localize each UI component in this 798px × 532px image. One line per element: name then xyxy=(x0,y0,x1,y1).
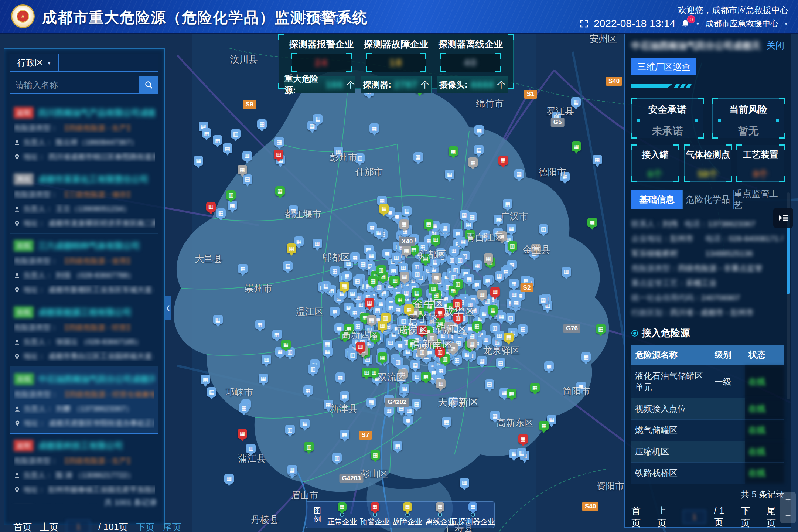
company-map-pin[interactable]: ▦ xyxy=(464,274,474,284)
company-map-pin[interactable]: ▦ xyxy=(202,128,211,138)
company-map-pin[interactable]: ▦ xyxy=(571,97,581,107)
tab-危险化学品[interactable]: 危险化学品 xyxy=(682,190,733,209)
company-map-pin[interactable]: ▦ xyxy=(467,339,477,348)
company-map-pin[interactable]: ▦ xyxy=(581,352,591,362)
company-card[interactable]: 在线成都某能源工程有限公司危险源类型：【四级危险源 - 经营】负责人：张国云 （… xyxy=(10,300,158,367)
company-map-pin[interactable]: ▦ xyxy=(496,358,505,368)
company-map-pin[interactable]: ▦ xyxy=(472,321,482,331)
prev-page-link[interactable]: 上页 xyxy=(40,521,58,532)
company-map-pin[interactable]: ▦ xyxy=(206,202,216,212)
company-map-pin[interactable]: ▦ xyxy=(495,271,504,281)
company-map-pin[interactable]: ▦ xyxy=(393,441,402,451)
company-map-pin[interactable]: ▦ xyxy=(539,295,548,304)
company-map-pin[interactable]: ▦ xyxy=(358,259,368,269)
company-map-pin[interactable]: ▦ xyxy=(518,324,528,334)
company-map-pin[interactable]: ▦ xyxy=(572,141,581,151)
company-map-pin[interactable]: ▦ xyxy=(353,276,362,286)
company-map-pin[interactable]: ▦ xyxy=(370,332,380,342)
company-map-pin[interactable]: ▦ xyxy=(477,356,487,365)
company-map-pin[interactable]: ▦ xyxy=(355,153,365,163)
company-map-pin[interactable]: ▦ xyxy=(213,315,223,324)
table-row[interactable]: 燃气储罐区在线 xyxy=(631,420,784,441)
company-map-pin[interactable]: ▦ xyxy=(389,266,398,275)
company-map-pin[interactable]: ▦ xyxy=(367,315,376,325)
company-map-pin[interactable]: ▦ xyxy=(285,425,295,434)
company-map-pin[interactable]: ▦ xyxy=(412,269,422,279)
company-map-pin[interactable]: ▦ xyxy=(511,297,521,307)
company-map-pin[interactable]: ▦ xyxy=(313,114,323,124)
company-map-pin[interactable]: ▦ xyxy=(436,248,445,258)
search-input[interactable] xyxy=(10,76,139,94)
company-map-pin[interactable]: ▦ xyxy=(324,400,333,409)
company-map-pin[interactable]: ▦ xyxy=(400,326,410,335)
company-map-pin[interactable]: ▦ xyxy=(334,147,343,156)
company-map-pin[interactable]: ▦ xyxy=(412,288,422,297)
sidebar-collapse-button[interactable]: ❮ xyxy=(165,296,171,320)
legend-item[interactable]: ▦故障企业 xyxy=(391,502,424,528)
company-map-pin[interactable]: ▦ xyxy=(507,224,516,233)
company-map-pin[interactable]: ▦ xyxy=(340,430,349,439)
prev-page-link[interactable]: 上页 xyxy=(657,505,675,529)
company-map-pin[interactable]: ▦ xyxy=(530,383,540,392)
company-map-pin[interactable]: ▦ xyxy=(417,347,427,357)
company-card[interactable]: 在线三六成都特种气体有限公司危险源类型：【四级危险源 - 使用】负责人：刘强 （… xyxy=(10,234,158,300)
company-map-pin[interactable]: ▦ xyxy=(369,123,379,133)
company-map-pin[interactable]: ▦ xyxy=(484,253,493,263)
company-map-pin[interactable]: ▦ xyxy=(453,313,463,323)
page-input[interactable]: 1 xyxy=(66,520,90,532)
company-map-pin[interactable]: ▦ xyxy=(497,312,506,321)
company-map-pin[interactable]: ▦ xyxy=(283,261,293,271)
chevron-down-icon[interactable]: ▼ xyxy=(695,21,700,27)
company-map-pin[interactable]: ▦ xyxy=(421,254,430,263)
company-map-pin[interactable]: ▦ xyxy=(390,276,400,285)
company-map-pin[interactable]: ▦ xyxy=(399,219,409,229)
company-map-pin[interactable]: ▦ xyxy=(488,305,498,315)
company-card[interactable]: 超期四川西南油气产品有限公司成都春熙分公司危险源类型：【四级危险源 - 生产】负… xyxy=(10,101,158,167)
company-map-pin[interactable]: ▦ xyxy=(531,244,541,253)
company-map-pin[interactable]: ▦ xyxy=(340,282,349,291)
company-map-pin[interactable]: ▦ xyxy=(455,255,465,265)
company-map-pin[interactable]: ▦ xyxy=(514,169,524,179)
company-map-pin[interactable]: ▦ xyxy=(386,303,396,312)
company-map-pin[interactable]: ▦ xyxy=(453,299,462,308)
company-map-pin[interactable]: ▦ xyxy=(494,215,503,224)
company-map-pin[interactable]: ▦ xyxy=(504,332,514,342)
search-button[interactable] xyxy=(139,76,158,94)
3d-patrol-button[interactable]: 三维厂区巡查 xyxy=(631,58,696,75)
company-map-pin[interactable]: ▦ xyxy=(442,417,451,427)
company-card[interactable]: 在线中石油西南油气田分公司成都天然气储配站危险源类型：【四级危险源 - 经营仓储… xyxy=(10,367,158,434)
company-map-pin[interactable]: ▦ xyxy=(304,442,314,451)
tab-基础信息[interactable]: 基础信息 xyxy=(631,190,682,209)
company-map-pin[interactable]: ▦ xyxy=(435,347,445,357)
company-map-pin[interactable]: ▦ xyxy=(485,379,494,389)
company-map-pin[interactable]: ▦ xyxy=(255,320,265,329)
company-map-pin[interactable]: ▦ xyxy=(474,145,484,154)
notification-bell[interactable]: 0 xyxy=(681,19,690,28)
company-map-pin[interactable]: ▦ xyxy=(342,271,352,281)
company-map-pin[interactable]: ▦ xyxy=(517,448,526,457)
company-map-pin[interactable]: ▦ xyxy=(507,389,516,398)
company-map-pin[interactable]: ▦ xyxy=(238,264,248,273)
company-map-pin[interactable]: ▦ xyxy=(378,321,387,330)
company-map-pin[interactable]: ▦ xyxy=(436,379,446,388)
company-map-pin[interactable]: ▦ xyxy=(321,281,331,291)
company-map-pin[interactable]: ▦ xyxy=(330,307,340,316)
company-map-pin[interactable]: ▦ xyxy=(272,330,282,339)
company-map-pin[interactable]: ▦ xyxy=(506,313,515,323)
company-map-pin[interactable]: ▦ xyxy=(518,434,528,444)
company-map-pin[interactable]: ▦ xyxy=(448,397,458,406)
company-map-pin[interactable]: ▦ xyxy=(544,361,554,371)
zoom-out-button[interactable]: − xyxy=(780,508,796,524)
region-value-field[interactable] xyxy=(59,54,158,72)
company-map-pin[interactable]: ▦ xyxy=(365,298,374,307)
company-map-pin[interactable]: ▦ xyxy=(421,372,431,381)
company-map-pin[interactable]: ▦ xyxy=(366,398,376,407)
company-map-pin[interactable]: ▦ xyxy=(432,273,441,282)
company-map-pin[interactable]: ▦ xyxy=(399,263,408,273)
legend-item[interactable]: ▦预警企业 xyxy=(358,502,391,528)
company-map-pin[interactable]: ▦ xyxy=(201,375,210,384)
company-map-pin[interactable]: ▦ xyxy=(495,331,504,340)
company-map-pin[interactable]: ▦ xyxy=(468,157,478,167)
company-map-pin[interactable]: ▦ xyxy=(287,243,296,253)
company-map-pin[interactable]: ▦ xyxy=(398,369,408,379)
